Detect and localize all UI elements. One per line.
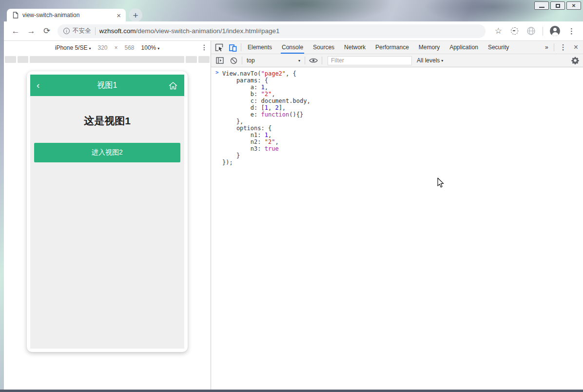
console-code-line: });	[222, 159, 583, 166]
console-prompt-icon: >	[215, 69, 219, 76]
device-width-field[interactable]: 320	[97, 44, 107, 51]
toolbar-separator	[322, 57, 322, 64]
console-code-line: n2: "2",	[222, 138, 583, 145]
reload-button[interactable]: ⟳	[39, 26, 55, 36]
browser-menu-icon[interactable]: ⋮	[564, 27, 579, 36]
mouse-cursor	[437, 177, 444, 188]
window-minimize-button[interactable]	[534, 1, 549, 10]
toolbar-separator	[305, 57, 305, 64]
devtools-panel: ElementsConsoleSourcesNetworkPerformance…	[211, 41, 583, 390]
devtools-tab-network[interactable]: Network	[339, 41, 370, 54]
toolbar-separator	[242, 57, 242, 64]
globe-icon[interactable]	[527, 27, 535, 35]
back-chevron-icon[interactable]: ‹	[37, 80, 56, 91]
devtools-tab-sources[interactable]: Sources	[308, 41, 339, 54]
media-query-segment[interactable]	[186, 56, 197, 63]
console-filter-input[interactable]	[328, 56, 412, 65]
extension-icon[interactable]	[511, 27, 518, 35]
restore-icon	[556, 4, 560, 8]
console-messages[interactable]: > View.navTo("page2", { params: { a: 1, …	[211, 67, 583, 390]
bookmark-star-icon[interactable]: ☆	[490, 26, 506, 36]
devtools-tab-elements[interactable]: Elements	[243, 41, 277, 54]
page-header: ‹ 视图1	[30, 75, 184, 96]
devtools-tab-memory[interactable]: Memory	[414, 41, 445, 54]
inspect-element-icon[interactable]	[212, 43, 226, 52]
console-code-line: },	[222, 118, 583, 125]
clear-console-icon[interactable]	[227, 57, 240, 64]
media-query-bar	[4, 55, 211, 63]
dimension-times-icon: ×	[115, 44, 118, 51]
live-expression-eye-icon[interactable]	[307, 58, 320, 63]
device-select[interactable]: iPhone 5/SE▾	[55, 44, 91, 51]
back-button[interactable]: ←	[8, 26, 23, 36]
url-path: /demo/view-switch-animation/1/index.html…	[136, 27, 280, 35]
console-code-line: a: 1,	[222, 84, 583, 91]
console-code-line: b: "2",	[222, 91, 583, 98]
console-input-entry: > View.navTo("page2", { params: { a: 1, …	[211, 67, 583, 166]
forward-button[interactable]: →	[23, 26, 39, 36]
browser-tab[interactable]: view-switch-animation ×	[7, 9, 126, 21]
window-restore-button[interactable]	[550, 1, 565, 10]
console-settings-gear-icon[interactable]	[571, 57, 579, 64]
execution-context-select[interactable]: top ▾	[244, 57, 303, 64]
log-levels-select[interactable]: All levels ▾	[417, 57, 443, 64]
window-bottom-edge	[0, 390, 583, 392]
console-code-line: n1: 1,	[222, 132, 583, 138]
console-toolbar: top ▾ All levels ▾	[211, 54, 583, 67]
device-mode-menu-icon[interactable]: ⋮	[201, 43, 208, 51]
profile-avatar[interactable]	[550, 26, 560, 36]
address-bar[interactable]: i 不安全 wzhsoft.com/demo/view-switch-anima…	[58, 24, 486, 38]
new-tab-button[interactable]: +	[129, 8, 142, 22]
media-query-segment[interactable]	[198, 56, 210, 63]
devtools-right-controls: ⋮ ×	[552, 43, 583, 52]
page-title: 这是视图1	[30, 114, 184, 128]
close-icon: ✕	[572, 3, 576, 8]
chevron-down-icon: ▾	[298, 59, 300, 63]
content-area: iPhone 5/SE▾ 320 × 568 100%▾ ⋮ ‹ 视图	[4, 41, 583, 390]
toolbar-separator	[241, 43, 241, 51]
devtools-tab-application[interactable]: Application	[445, 41, 483, 54]
browser-toolbar: ← → ⟳ i 不安全 wzhsoft.com/demo/view-switch…	[4, 21, 583, 41]
more-tabs-icon[interactable]: »	[541, 44, 552, 51]
console-code-line: e: function(){}	[222, 111, 583, 118]
page-header-title: 视图1	[56, 80, 158, 91]
console-code-line: }	[222, 152, 583, 159]
window-close-button[interactable]: ✕	[566, 1, 581, 10]
console-code-line: c: document.body,	[222, 98, 583, 104]
zoom-select[interactable]: 100%▾	[141, 44, 160, 51]
chevron-down-icon: ▾	[157, 46, 159, 51]
tab-close-icon[interactable]: ×	[116, 12, 122, 19]
media-query-segment[interactable]	[30, 56, 184, 63]
console-code-line: params: {	[222, 77, 583, 84]
devtools-menu-icon[interactable]: ⋮	[556, 43, 571, 52]
devtools-tab-security[interactable]: Security	[483, 41, 514, 54]
tab-title: view-switch-animation	[22, 12, 116, 19]
media-query-segment[interactable]	[5, 56, 16, 63]
window-controls: ✕	[533, 1, 581, 10]
toolbar-separator	[543, 27, 543, 36]
browser-window: view-switch-animation × + ← → ⟳ i 不安全 wz…	[4, 0, 583, 390]
console-code-line: n3: true	[222, 145, 583, 152]
console-code: View.navTo("page2", { params: { a: 1, b:…	[222, 70, 583, 166]
device-height-field[interactable]: 568	[125, 44, 135, 51]
devtools-tab-performance[interactable]: Performance	[370, 41, 414, 54]
toolbar-separator	[554, 43, 554, 51]
media-query-segment[interactable]	[18, 56, 28, 63]
security-label: 不安全	[73, 27, 91, 35]
devtools-tab-console[interactable]: Console	[277, 41, 308, 54]
devtools-close-icon[interactable]: ×	[571, 43, 583, 52]
chevron-down-icon: ▾	[89, 46, 91, 51]
home-icon[interactable]	[158, 81, 178, 90]
devtools-tabbar: ElementsConsoleSourcesNetworkPerformance…	[211, 41, 583, 54]
device-toolbar-toggle-icon[interactable]	[226, 43, 239, 52]
page-info-icon[interactable]: i	[63, 28, 70, 34]
device-emulation-pane: iPhone 5/SE▾ 320 × 568 100%▾ ⋮ ‹ 视图	[4, 41, 211, 390]
goto-view2-button[interactable]: 进入视图2	[34, 143, 180, 162]
console-code-line: View.navTo("page2", {	[222, 70, 583, 77]
emulated-page: ‹ 视图1 这是视图1 进入视图2	[30, 75, 184, 349]
minimize-icon	[539, 7, 544, 8]
toolbar-right-icons: ☆ ⋮	[490, 26, 579, 36]
url-host: wzhsoft.com	[99, 27, 136, 35]
console-sidebar-toggle-icon[interactable]	[213, 57, 227, 64]
console-code-line: options: {	[222, 125, 583, 132]
